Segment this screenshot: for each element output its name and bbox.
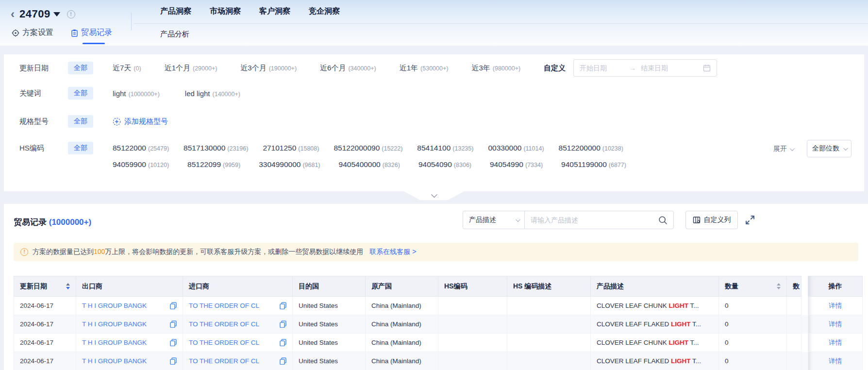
date-range-picker[interactable]: →	[573, 59, 717, 77]
option-count: (0)	[134, 65, 141, 72]
scrollbar-track[interactable]	[801, 334, 808, 352]
hs-code-option[interactable]: 85122099(9959)	[187, 160, 240, 169]
cell-hs-code	[438, 315, 507, 334]
hs-code: 8517130000	[184, 144, 225, 152]
filter-all-chip[interactable]: 全部	[68, 62, 93, 74]
tab-trade-records[interactable]: 贸易记录	[71, 28, 112, 38]
filter-option-7d[interactable]: 近7天 (0)	[113, 64, 141, 73]
nav-tab-competitor-insight[interactable]: 竞企洞察	[309, 6, 340, 17]
product-text: T...	[688, 302, 699, 309]
importer-link[interactable]: TO THE ORDER OF CL	[189, 302, 259, 309]
option-label: 近3个月	[240, 64, 266, 73]
exporter-link[interactable]: T H I GROUP BANGK	[82, 320, 147, 328]
copy-icon[interactable]	[170, 357, 177, 365]
contact-support-link[interactable]: 联系在线客服 >	[369, 248, 416, 256]
cell-date: 2024-06-17	[14, 334, 76, 352]
col-header-date[interactable]: 更新日期	[14, 276, 76, 297]
hs-code-option[interactable]: 94051199000(6877)	[561, 160, 626, 169]
filter-option-1m[interactable]: 近1个月 (29000+)	[165, 64, 217, 73]
exporter-link[interactable]: T H I GROUP BANGK	[82, 339, 147, 346]
filter-option-1y[interactable]: 近1年 (530000+)	[400, 64, 449, 73]
info-icon[interactable]: !	[67, 10, 75, 18]
hs-digits-select[interactable]: 全部位数	[807, 140, 851, 157]
detail-link[interactable]: 详情	[829, 357, 842, 365]
sort-control[interactable]	[66, 283, 70, 289]
filter-row-keyword: 关键词 全部 light (1000000+) led light (14000…	[19, 86, 851, 100]
cell-origin: China (Mainland)	[366, 352, 438, 370]
sub-tab-product-analysis[interactable]: 产品分析	[160, 30, 189, 39]
filter-option-3y[interactable]: 近3年 (980000+)	[471, 64, 520, 73]
sort-control[interactable]	[777, 283, 781, 289]
hs-code-option[interactable]: 85122000(25479)	[113, 144, 169, 152]
exporter-link[interactable]: T H I GROUP BANGK	[82, 357, 147, 365]
importer-link[interactable]: TO THE ORDER OF CL	[189, 339, 259, 346]
cell-hs-desc	[507, 315, 591, 334]
scrollbar-track[interactable]	[801, 352, 808, 370]
cell-hs-desc	[507, 334, 591, 352]
nav-divider	[134, 23, 868, 24]
hs-count: (13235)	[452, 145, 473, 152]
copy-icon[interactable]	[170, 339, 177, 346]
importer-link[interactable]: TO THE ORDER OF CL	[189, 357, 259, 365]
copy-icon[interactable]	[280, 357, 286, 365]
copy-icon[interactable]	[170, 320, 177, 328]
end-date-input[interactable]	[641, 64, 685, 72]
hs-code-option[interactable]: 94054090(8306)	[418, 160, 471, 169]
nav-tab-product-insight[interactable]: 产品洞察	[160, 6, 191, 17]
page-title[interactable]: 24709	[19, 8, 50, 20]
filter-option-3m[interactable]: 近3个月 (190000+)	[240, 64, 297, 73]
hs-code-option[interactable]: 94059900(10120)	[113, 160, 169, 169]
chevron-down-icon[interactable]	[53, 12, 60, 17]
hs-code-option[interactable]: 85414100(13235)	[417, 144, 473, 152]
hs-code-option[interactable]: 8517130000(23196)	[184, 144, 248, 152]
filter-all-chip[interactable]: 全部	[68, 115, 93, 128]
search-field-select[interactable]: 产品描述	[463, 211, 525, 229]
filter-all-chip[interactable]: 全部	[68, 87, 93, 100]
exporter-link[interactable]: T H I GROUP BANGK	[82, 302, 147, 309]
add-spec-button[interactable]: 添加规格型号	[113, 117, 168, 126]
hs-expand-toggle[interactable]: 展开	[773, 145, 793, 153]
start-date-input[interactable]	[580, 64, 624, 72]
range-arrow-icon: →	[629, 64, 636, 72]
tab-plan-settings[interactable]: 方案设置	[12, 28, 53, 38]
filter-option-6m[interactable]: 近6个月 (340000+)	[320, 64, 376, 73]
importer-link[interactable]: TO THE ORDER OF CL	[189, 320, 259, 328]
detail-link[interactable]: 详情	[829, 339, 842, 346]
col-header-qty[interactable]: 数量	[719, 276, 787, 297]
nav-tab-market-insight[interactable]: 市场洞察	[210, 6, 241, 17]
copy-icon[interactable]	[280, 302, 286, 309]
cell-action: 详情	[808, 315, 863, 334]
hs-code: 85122000090	[334, 144, 380, 152]
scrollbar-track[interactable]	[801, 315, 808, 334]
fullscreen-icon[interactable]	[745, 215, 755, 225]
hs-code-option[interactable]: 94054990(7334)	[490, 160, 543, 169]
hs-code-option[interactable]: 27101250(15808)	[263, 144, 319, 152]
filter-option-led-light[interactable]: led light (140000+)	[185, 89, 240, 98]
scrollbar-track[interactable]	[801, 276, 808, 297]
hs-code-option[interactable]: 85122000090(15222)	[334, 144, 402, 152]
copy-icon[interactable]	[280, 339, 286, 346]
copy-icon[interactable]	[280, 320, 286, 328]
filter-panel: 更新日期 全部 近7天 (0) 近1个月 (29000+) 近3个月 (1900…	[4, 54, 864, 191]
filter-all-chip[interactable]: 全部	[68, 142, 93, 154]
hs-code-option[interactable]: 3304990000(9681)	[259, 160, 320, 169]
back-icon[interactable]: ‹	[11, 8, 15, 20]
search-input[interactable]	[531, 216, 658, 224]
scrollbar-track[interactable]	[801, 297, 808, 315]
plan-header: ‹ 24709 !	[11, 8, 75, 20]
copy-icon[interactable]	[170, 302, 177, 309]
calendar-icon[interactable]	[703, 64, 711, 72]
section-title: 贸易记录 (1000000+)	[14, 217, 91, 228]
filter-collapse-handle[interactable]	[404, 191, 464, 200]
hs-code-option[interactable]: 9405400000(8326)	[339, 160, 400, 169]
filter-option-custom[interactable]: 自定义	[544, 64, 566, 73]
filter-option-light[interactable]: light (1000000+)	[113, 89, 160, 98]
detail-link[interactable]: 详情	[829, 302, 842, 309]
detail-link[interactable]: 详情	[829, 320, 842, 328]
cell-hs-code	[438, 297, 507, 315]
hs-code-option[interactable]: 8512200000(10238)	[559, 144, 623, 152]
customize-columns-button[interactable]: 自定义列	[685, 211, 738, 229]
nav-tab-customer-insight[interactable]: 客户洞察	[259, 6, 290, 17]
search-icon[interactable]	[658, 216, 668, 225]
hs-code-option[interactable]: 00330000(11014)	[488, 144, 544, 152]
